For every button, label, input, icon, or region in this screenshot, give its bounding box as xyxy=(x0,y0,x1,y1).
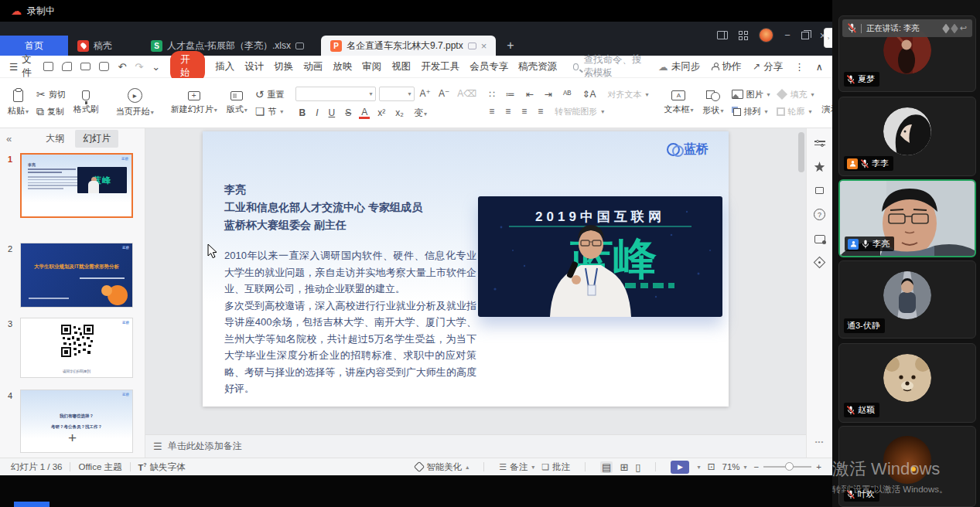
bold-button[interactable]: B xyxy=(297,107,309,118)
numbering-button[interactable]: ≔ xyxy=(504,89,517,100)
justify-button[interactable]: ≡ xyxy=(535,106,545,117)
zoom-slider-knob[interactable] xyxy=(785,462,794,471)
font-size-combo[interactable]: ▾ xyxy=(379,87,415,101)
font-family-combo[interactable]: ▾ xyxy=(295,87,376,101)
copy-button[interactable]: ⧉复制 xyxy=(33,106,69,117)
layout-button[interactable]: 版式▾ xyxy=(222,80,252,125)
audio-mode-icon2[interactable] xyxy=(951,23,958,33)
outline-button[interactable]: 轮廓▾ xyxy=(773,106,818,117)
speaker-heading[interactable]: 李亮 工业和信息化部人才交流中心 专家组成员 蓝桥杯大赛组委会 副主任 xyxy=(224,181,422,234)
menu-tab-home[interactable]: 开始 xyxy=(170,51,205,82)
share-button[interactable]: ↗ 分享 xyxy=(753,60,783,73)
slide-thumbnail-1[interactable]: 蓝桥 李亮 蓝峰 xyxy=(20,153,133,218)
speaker-photo[interactable]: 2019中国互联网 蓝峰 xyxy=(478,196,722,317)
participant-tile-2[interactable]: 李李 xyxy=(838,97,976,176)
add-slide-button[interactable]: + xyxy=(0,430,145,447)
tab-ppt-doc[interactable]: P 名企直通车东北林大9.7.pptx × xyxy=(321,36,496,56)
arrange-button[interactable]: 排列▾ xyxy=(729,106,773,117)
back-arrow-icon[interactable]: ↩ xyxy=(960,23,967,33)
file-menu[interactable]: ☰ 文件 xyxy=(9,53,33,80)
reading-view-button[interactable]: ▯ xyxy=(635,461,640,473)
apps-grid-icon[interactable] xyxy=(739,31,748,40)
italic-button[interactable]: I xyxy=(313,107,320,118)
slide-thumbnail-3[interactable]: 蓝桥 xyxy=(20,318,133,378)
current-slide[interactable]: 蓝桥 李亮 工业和信息化部人才交流中心 专家组成员 蓝桥杯大赛组委会 副主任 2… xyxy=(203,131,729,407)
present-tools-button[interactable]: 演示工具▾ xyxy=(818,80,832,125)
output-icon[interactable] xyxy=(62,62,72,71)
shapes-button[interactable]: 形状▾ xyxy=(698,80,728,125)
participant-tile-4[interactable]: 通3-伏静 xyxy=(838,260,976,339)
help-icon[interactable]: ? xyxy=(814,209,825,220)
notes-button[interactable]: ☰ 备注▾ xyxy=(499,461,534,473)
clear-format-button[interactable]: A⌫ xyxy=(455,88,479,99)
duplicate-icon[interactable] xyxy=(815,187,824,194)
zoom-level[interactable]: 71%▾ xyxy=(722,462,747,471)
menu-tab-transition[interactable]: 切换 xyxy=(274,60,293,73)
collaborate-button[interactable]: 协作 xyxy=(712,60,741,73)
slide-sorter-view-button[interactable]: ⊞ xyxy=(620,461,628,473)
menu-tab-insert[interactable]: 插入 xyxy=(215,60,234,73)
quick-access-more-icon[interactable]: ⌄ xyxy=(152,61,160,73)
align-left-button[interactable]: ≡ xyxy=(487,106,497,117)
outline-tab[interactable]: 大纲 xyxy=(38,130,72,148)
cut-button[interactable]: ✂剪切 xyxy=(33,89,69,100)
command-search[interactable]: 查找命令、搜索模板 xyxy=(573,53,648,80)
sync-status[interactable]: ☁ 未同步 xyxy=(658,60,700,73)
beautify-star-icon[interactable] xyxy=(814,162,825,172)
collapse-ribbon-icon[interactable]: ∧ xyxy=(816,61,823,73)
zoom-out-button[interactable]: − xyxy=(754,462,760,471)
participant-tile-5[interactable]: 赵颖 xyxy=(838,343,976,423)
menu-tab-member[interactable]: 会员专享 xyxy=(470,60,508,73)
print-preview-icon[interactable] xyxy=(99,62,109,71)
notes-bar[interactable]: ☰ 单击此处添加备注 xyxy=(145,434,806,458)
align-center-button[interactable]: ≡ xyxy=(503,106,513,117)
participant-tile-6[interactable]: 叶欢 xyxy=(838,426,976,507)
ribbon-expander[interactable]: › xyxy=(824,28,832,48)
picture-button[interactable]: 图片▾ xyxy=(729,89,773,100)
tab-pin-icon[interactable] xyxy=(468,43,476,49)
menu-tab-docer-res[interactable]: 稿壳资源 xyxy=(518,60,557,73)
slides-tab[interactable]: 幻灯片 xyxy=(75,130,118,148)
theme-name[interactable]: Office 主题 xyxy=(78,461,121,473)
slide-canvas[interactable]: 蓝桥 李亮 工业和信息化部人才交流中心 专家组成员 蓝桥杯大赛组委会 副主任 2… xyxy=(145,128,806,434)
comments-button[interactable]: ❏ 批注 xyxy=(541,461,570,473)
decrease-indent-button[interactable]: ⇤ xyxy=(524,89,536,100)
new-slide-button[interactable]: + 新建幻灯片▾ xyxy=(166,80,222,125)
underline-button[interactable]: U xyxy=(326,107,338,118)
tab-close-icon[interactable]: × xyxy=(481,40,487,52)
participant-tile-3-active-speaker[interactable]: 李亮 xyxy=(838,179,976,257)
slide-thumbnail-2[interactable]: 蓝桥 大学生职业规划及IT就业需求形势分析 xyxy=(20,243,133,308)
normal-view-button[interactable]: ▤ xyxy=(600,461,613,473)
textbox-button[interactable]: A 文本框▾ xyxy=(659,80,698,125)
grow-font-button[interactable]: A⁺ xyxy=(418,88,433,99)
properties-icon[interactable] xyxy=(814,139,825,147)
resource-icon[interactable] xyxy=(814,257,826,269)
minimize-button[interactable]: − xyxy=(784,29,790,41)
collapse-panel-icon[interactable]: « xyxy=(6,133,12,145)
font-color-button[interactable]: A xyxy=(359,107,370,119)
reset-button[interactable]: ↺重置 xyxy=(252,89,288,100)
slideshow-play-dropdown[interactable]: ▾ xyxy=(697,464,700,471)
speaker-bio[interactable]: 2010年以来一直深入调研国内软件、硬件、信息化专业大学生的就业问题，亲自走访并… xyxy=(224,247,476,397)
format-painter-button[interactable]: 格式刷 xyxy=(69,80,104,125)
superscript-button[interactable]: x² xyxy=(375,107,388,118)
more-menu-icon[interactable]: ⋮ xyxy=(794,61,804,73)
line-spacing-button[interactable]: ⇕A xyxy=(579,89,598,100)
slideshow-play-button[interactable]: ▶ xyxy=(671,461,689,474)
undo-icon[interactable]: ↶ xyxy=(118,61,126,73)
tab-sheet-doc[interactable]: S 人才盘点-拓展部（李亮）.xlsx xyxy=(142,36,313,56)
missing-font-warning[interactable]: T? 缺失字体 xyxy=(138,461,186,473)
menu-tab-animation[interactable]: 动画 xyxy=(303,60,323,73)
menu-tab-slideshow[interactable]: 放映 xyxy=(333,60,352,73)
vertical-scrollbar[interactable] xyxy=(798,132,804,172)
play-from-page-button[interactable]: ▸ 当页开始▾ xyxy=(111,80,159,125)
menu-tab-devtools[interactable]: 开发工具 xyxy=(421,60,459,73)
zoom-in-button[interactable]: + xyxy=(816,462,821,471)
menu-tab-design[interactable]: 设计 xyxy=(244,60,264,73)
new-tab-button[interactable]: + xyxy=(496,36,524,56)
audio-mode-icon[interactable] xyxy=(942,23,950,33)
rail-more-icon[interactable]: ••• xyxy=(807,438,832,445)
menu-tab-view[interactable]: 视图 xyxy=(391,60,411,73)
fit-to-window-icon[interactable]: ⊡ xyxy=(707,461,715,472)
subscript-button[interactable]: x₂ xyxy=(393,107,406,118)
